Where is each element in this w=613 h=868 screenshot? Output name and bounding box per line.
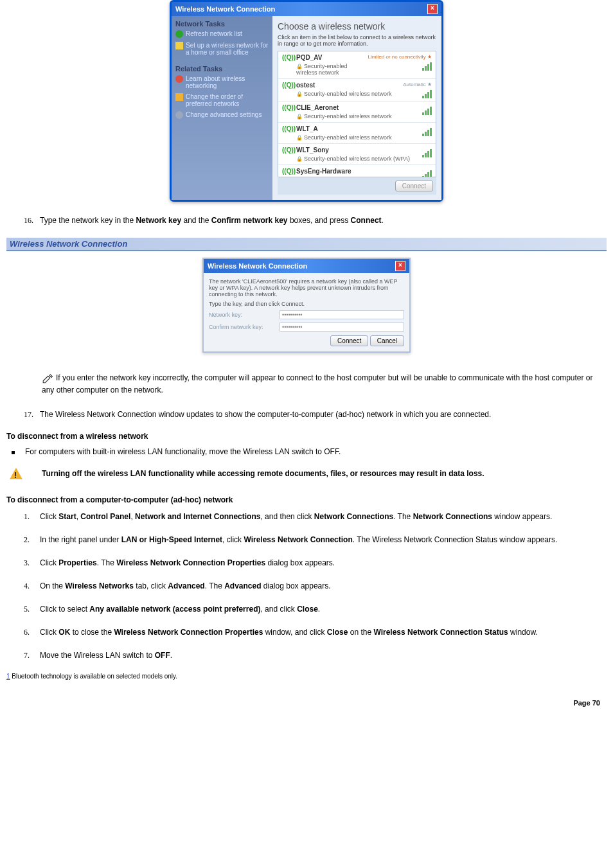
wifi-icon: ((Q)) (282, 125, 292, 132)
bullet-text: For computers with built-in wireless LAN… (25, 447, 341, 456)
window-titlebar: Wireless Network Connection × (172, 2, 441, 16)
wireless-connection-window-figure: Wireless Network Connection × Network Ta… (6, 0, 607, 202)
adhoc-step: 5.Click to select Any available network … (21, 603, 607, 615)
heading-disconnect-adhoc: To disconnect from a computer-to-compute… (6, 495, 607, 504)
step-number: 3. (24, 557, 30, 569)
signal-icon (403, 89, 432, 98)
wifi-icon: ((Q)) (282, 168, 292, 175)
signal-icon (368, 62, 432, 71)
step-text: On the Wireless Networks tab, click Adva… (40, 581, 331, 590)
step-number: 16. (24, 215, 33, 226)
step-text: Click Properties. The Wireless Network C… (40, 558, 335, 567)
adhoc-step: 7.Move the Wireless LAN switch to OFF. (21, 650, 607, 661)
wifi-icon: ((Q)) (282, 104, 292, 111)
network-item[interactable]: ((Q))WLT_SonySecurity-enabled wireless n… (278, 144, 436, 165)
step-text: Click Start, Control Panel, Network and … (40, 512, 552, 521)
adhoc-step: 4.On the Wireless Networks tab, click Ad… (21, 580, 607, 592)
close-icon[interactable]: × (395, 261, 405, 271)
network-key-label: Network key: (209, 312, 273, 318)
network-security: Security-enabled wireless network (WPA) (296, 155, 418, 162)
heading-disconnect-wireless: To disconnect from a wireless network (6, 432, 607, 441)
wifi-icon: ((Q)) (282, 146, 292, 154)
star-icon (175, 93, 183, 101)
confirm-key-label: Confirm network key: (209, 324, 273, 330)
wifi-icon: ((Q)) (282, 54, 292, 61)
gear-icon (175, 111, 183, 119)
network-item[interactable]: ((Q))ostestSecurity-enabled wireless net… (278, 79, 436, 102)
key-dialog-text1: The network 'CLIEAeronet500' requires a … (209, 278, 404, 297)
footnote-text: Bluetooth technology is available on sel… (10, 673, 178, 680)
choose-network-subtitle: Click an item in the list below to conne… (278, 34, 436, 47)
wifi-icon: ((Q)) (282, 82, 292, 89)
network-name: PQD_AV (296, 54, 364, 61)
step-number: 4. (24, 580, 30, 592)
step-text: In the right panel under LAN or High-Spe… (40, 535, 557, 544)
connect-button[interactable]: Connect (330, 335, 368, 346)
cancel-button[interactable]: Cancel (370, 335, 404, 346)
signal-icon (422, 148, 432, 157)
step-number: 5. (24, 603, 30, 615)
bullet-icon (12, 451, 15, 454)
connect-button[interactable]: Connect (395, 181, 433, 191)
step-number: 17. (24, 409, 33, 420)
step-17: 17. The Wireless Network Connection wind… (21, 409, 607, 420)
network-key-input[interactable] (280, 310, 404, 319)
network-security: Security-enabled wireless network (296, 91, 399, 97)
network-name: WLT_Sony (296, 146, 418, 154)
setup-icon (175, 42, 183, 49)
note-block: If you enter the network key incorrectly… (42, 372, 607, 396)
key-dialog-text2: Type the key, and then click Connect. (209, 301, 404, 307)
step-text: Click to select Any available network (a… (40, 605, 320, 614)
network-item[interactable]: ((Q))SysEng-HardwareUnsecured wireless n… (278, 165, 436, 177)
network-security: Security-enabled wireless network (296, 134, 418, 141)
page-number: Page 70 (6, 699, 607, 707)
network-item[interactable]: ((Q))CLIE_AeronetSecurity-enabled wirele… (278, 102, 436, 123)
network-item[interactable]: ((Q))PQD_AVSecurity-enabled wireless net… (278, 51, 436, 79)
close-icon[interactable]: × (427, 4, 438, 14)
adhoc-step: 1.Click Start, Control Panel, Network an… (21, 511, 607, 522)
confirm-key-input[interactable] (280, 323, 404, 332)
network-security: Security-enabled wireless network (296, 113, 418, 120)
signal-icon (422, 127, 432, 136)
step-number: 1. (24, 511, 30, 522)
warning-text: Turning off the wireless LAN functionali… (42, 468, 484, 479)
network-name: CLIE_Aeronet (296, 104, 418, 111)
step-number: 6. (24, 626, 30, 638)
change-advanced-settings[interactable]: Change advanced settings (175, 111, 269, 119)
network-list[interactable]: ((Q))PQD_AVSecurity-enabled wireless net… (278, 51, 436, 177)
window-title: Wireless Network Connection (175, 5, 275, 13)
step-text: The Wireless Network Connection window u… (40, 410, 491, 419)
signal-icon (422, 170, 432, 177)
choose-network-pane: Choose a wireless network Click an item … (272, 16, 441, 200)
bullet-item: For computers with built-in wireless LAN… (12, 447, 607, 456)
info-icon (175, 75, 183, 83)
setup-wireless-network[interactable]: Set up a wireless network for a home or … (175, 42, 269, 56)
warning-block: Turning off the wireless LAN functionali… (10, 468, 607, 479)
network-item[interactable]: ((Q))WLT_ASecurity-enabled wireless netw… (278, 123, 436, 144)
step-16: 16. Type the network key in the Network … (21, 215, 607, 226)
network-name: ostest (296, 82, 399, 89)
network-key-dialog-figure: Wireless Network Connection × The networ… (6, 258, 607, 353)
note-text: If you enter the network key incorrectly… (42, 373, 593, 394)
network-status: Automatic ★ (403, 82, 432, 87)
signal-icon (422, 106, 432, 115)
network-security: Security-enabled wireless network (296, 63, 364, 76)
network-status: Limited or no connectivity ★ (368, 54, 432, 60)
refresh-network-list[interactable]: Refresh network list (175, 30, 269, 38)
key-dialog-title: Wireless Network Connection (208, 262, 307, 270)
network-name: SysEng-Hardware (296, 168, 418, 175)
learn-about-wireless[interactable]: Learn about wireless networking (175, 75, 269, 89)
step-text: Click OK to close the Wireless Network C… (40, 628, 538, 637)
adhoc-step: 6.Click OK to close the Wireless Network… (21, 626, 607, 638)
step-number: 7. (24, 650, 30, 661)
footnote: 1 Bluetooth technology is available on s… (6, 673, 607, 680)
pencil-icon (42, 373, 53, 384)
network-name: WLT_A (296, 125, 418, 132)
step-text: Move the Wireless LAN switch to OFF. (40, 651, 172, 660)
network-tasks-pane: Network Tasks Refresh network list Set u… (172, 16, 272, 200)
change-order-preferred[interactable]: Change the order of preferred networks (175, 93, 269, 107)
network-tasks-heading: Network Tasks (175, 20, 269, 28)
refresh-icon (175, 30, 183, 38)
key-dialog-titlebar: Wireless Network Connection × (204, 259, 409, 273)
choose-network-title: Choose a wireless network (278, 21, 436, 31)
